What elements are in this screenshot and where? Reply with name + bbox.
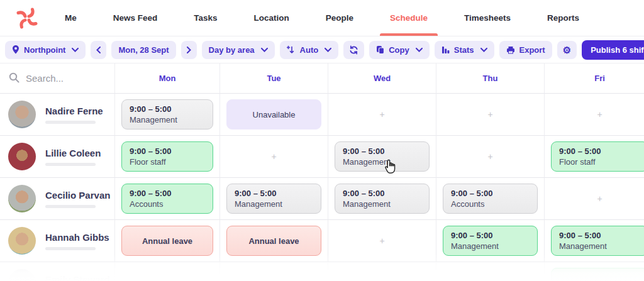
nav-tab-reports[interactable]: Reports xyxy=(545,0,582,36)
employee-name: Cecilio Parvan xyxy=(45,190,110,201)
nav-tab-schedule[interactable]: Schedule xyxy=(387,0,430,36)
day-header-mon[interactable]: Mon xyxy=(115,63,220,94)
shift-card[interactable]: 9:00 – 5:00Management xyxy=(335,184,430,214)
date-label: Mon, 28 Sept xyxy=(118,45,169,55)
chevron-down-icon xyxy=(261,48,268,52)
schedule-cell[interactable]: + xyxy=(328,94,436,136)
export-button[interactable]: Export xyxy=(499,41,552,59)
search-box[interactable] xyxy=(0,63,115,94)
shift-card[interactable]: 9:00 – 5:00Accounts xyxy=(443,184,538,214)
publish-shifts-button[interactable]: Publish 6 shifts xyxy=(582,40,644,60)
stats-button[interactable]: Stats xyxy=(435,41,494,59)
schedule-cell[interactable]: Annual leave xyxy=(220,220,328,262)
brand-pinwheel-logo-icon[interactable] xyxy=(16,8,38,29)
nav-tab-location[interactable]: Location xyxy=(251,0,291,36)
schedule-cell[interactable] xyxy=(545,262,644,281)
schedule-cell[interactable]: 9:00 – 5:00Management xyxy=(115,94,220,136)
schedule-cell[interactable]: 9:00 – 5:00Management xyxy=(328,178,436,220)
annual-leave-card[interactable]: Annual leave xyxy=(121,226,213,256)
shift-card[interactable]: 9:00 – 5:00Management xyxy=(226,184,321,214)
shift-card[interactable]: 9:00 – 5:00Accounts xyxy=(121,184,213,214)
schedule-cell[interactable]: 9:00 – 5:00Management xyxy=(328,136,436,178)
employee-cell[interactable]: Cecilio Parvan xyxy=(0,178,115,220)
employee-role-bar xyxy=(45,121,96,124)
schedule-cell[interactable]: 9:00 – 5:00Management xyxy=(436,220,545,262)
nav-tab-tasks[interactable]: Tasks xyxy=(191,0,219,36)
shift-time: 9:00 – 5:00 xyxy=(559,146,640,156)
add-shift-plus-icon[interactable]: + xyxy=(597,109,602,119)
copy-label: Copy xyxy=(389,45,409,55)
shift-card[interactable]: 9:00 – 5:00Floor staff xyxy=(551,141,644,172)
add-shift-plus-icon[interactable]: + xyxy=(271,152,276,162)
shift-time: 9:00 – 5:00 xyxy=(235,189,313,198)
add-shift-plus-icon[interactable]: + xyxy=(487,109,492,119)
stats-label: Stats xyxy=(454,45,474,55)
schedule-cell[interactable]: + xyxy=(436,136,545,178)
search-input[interactable] xyxy=(26,73,101,84)
schedule-cell[interactable]: Annual leave xyxy=(115,220,220,262)
schedule-cell[interactable]: 9:00 – 5:00Management xyxy=(220,178,328,220)
schedule-cell[interactable] xyxy=(220,262,328,281)
schedule-cell[interactable] xyxy=(436,262,545,281)
annual-leave-card[interactable]: Annual leave xyxy=(226,226,321,256)
day-header-thu[interactable]: Thu xyxy=(436,63,545,94)
day-header-fri[interactable]: Fri xyxy=(545,63,644,94)
schedule-row: Hannah GibbsAnnual leaveAnnual leave+9:0… xyxy=(0,220,644,262)
publish-label: Publish 6 shifts xyxy=(591,45,644,55)
gear-icon: ⚙ xyxy=(563,45,571,55)
schedule-cell[interactable]: + xyxy=(545,94,644,136)
copy-button[interactable]: Copy xyxy=(369,41,430,59)
search-icon xyxy=(9,72,19,85)
nav-tab-people[interactable]: People xyxy=(323,0,356,36)
auto-magic-icon xyxy=(287,45,296,54)
shift-card[interactable]: 9:00 – 5:00Management xyxy=(335,141,430,172)
date-button[interactable]: Mon, 28 Sept xyxy=(111,41,175,59)
schedule-cell[interactable]: + xyxy=(436,94,545,136)
shift-card[interactable]: 9:00 – 5:00Management xyxy=(121,99,213,129)
chevron-down-icon xyxy=(416,48,423,52)
employee-name: Hannah Gibbs xyxy=(45,232,109,243)
nav-tab-me[interactable]: Me xyxy=(62,0,79,36)
annual-leave-label: Annual leave xyxy=(248,236,299,246)
shift-role: Management xyxy=(343,199,421,209)
shift-card[interactable]: 9:00 – 5:00Management xyxy=(443,226,538,256)
schedule-cell[interactable] xyxy=(328,262,436,281)
schedule-cell[interactable]: 9:00 – 5:00Accounts xyxy=(436,178,545,220)
shift-card[interactable]: 9:00 – 5:00Floor staff xyxy=(121,141,213,172)
shift-time: 9:00 – 5:00 xyxy=(559,231,640,240)
employee-cell[interactable]: Hannah Gibbs xyxy=(0,220,115,262)
employee-cell[interactable]: Lillie Coleen xyxy=(0,136,115,178)
location-select[interactable]: Northpoint xyxy=(5,41,86,59)
schedule-cell[interactable]: + xyxy=(220,136,328,178)
add-shift-plus-icon[interactable]: + xyxy=(487,152,492,162)
schedule-cell[interactable]: 9:00 – 5:00Management xyxy=(545,220,644,262)
schedule-row: Nadire Ferne9:00 – 5:00ManagementUnavail… xyxy=(0,94,644,136)
shift-card[interactable]: 9:00 – 5:00Management xyxy=(551,226,644,256)
prev-day-button[interactable] xyxy=(91,41,106,59)
schedule-cell[interactable]: Unavailable xyxy=(220,94,328,136)
add-shift-plus-icon[interactable]: + xyxy=(379,236,384,246)
view-mode-select[interactable]: Day by area xyxy=(202,41,275,59)
schedule-cell[interactable]: + xyxy=(328,220,436,262)
add-shift-plus-icon[interactable]: + xyxy=(379,109,384,119)
nav-tab-timesheets[interactable]: Timesheets xyxy=(462,0,513,36)
unavailable-card[interactable]: Unavailable xyxy=(226,99,321,129)
employee-cell[interactable]: Emily Steward xyxy=(0,262,115,281)
day-header-tue[interactable]: Tue xyxy=(220,63,328,94)
auto-schedule-button[interactable]: Auto xyxy=(280,41,339,59)
schedule-cell[interactable]: 9:00 – 5:00Accounts xyxy=(115,178,220,220)
schedule-cell[interactable]: + xyxy=(545,178,644,220)
shift-role: Management xyxy=(559,241,640,251)
schedule-cell[interactable]: 9:00 – 5:00Floor staff xyxy=(115,136,220,178)
shift-time: 9:00 – 5:00 xyxy=(451,231,530,240)
day-header-wed[interactable]: Wed xyxy=(328,63,436,94)
employee-cell[interactable]: Nadire Ferne xyxy=(0,94,115,136)
settings-button[interactable]: ⚙ xyxy=(557,41,577,59)
refresh-button[interactable] xyxy=(343,41,364,59)
next-day-button[interactable] xyxy=(181,41,197,59)
add-shift-plus-icon[interactable]: + xyxy=(597,194,602,204)
schedule-cell[interactable] xyxy=(115,262,220,281)
schedule-cell[interactable]: 9:00 – 5:00Floor staff xyxy=(545,136,644,178)
nav-tab-news-feed[interactable]: News Feed xyxy=(111,0,160,36)
shift-card[interactable] xyxy=(551,268,644,281)
